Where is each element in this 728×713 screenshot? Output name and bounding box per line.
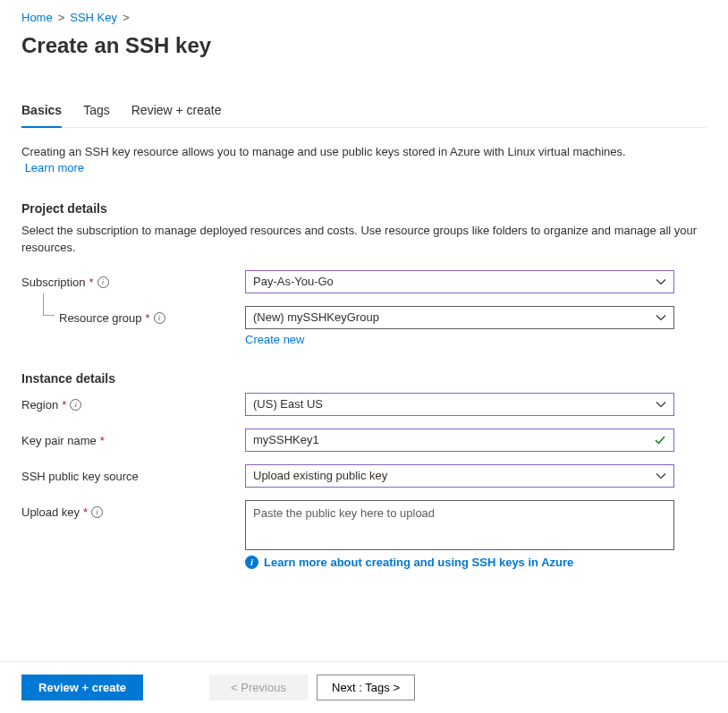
learn-more-ssh-link[interactable]: Learn more about creating and using SSH … [264,556,573,569]
required-indicator: * [146,311,150,325]
review-create-button[interactable]: Review + create [21,675,143,700]
info-icon: i [245,556,258,569]
page-title: Create an SSH key [21,33,707,58]
previous-button: < Previous [209,675,308,700]
next-button[interactable]: Next : Tags > [317,675,415,700]
breadcrumb-sshkey[interactable]: SSH Key [70,11,117,24]
breadcrumb: Home > SSH Key > [21,11,707,24]
chevron-down-icon [656,312,666,323]
chevron-right-icon: > [58,11,65,24]
ssh-public-key-source-label: SSH public key source [21,464,245,483]
section-instance-details-title: Instance details [21,371,707,386]
footer: Review + create < Previous Next : Tags > [0,661,728,713]
region-select[interactable]: (US) East US [245,393,674,416]
chevron-down-icon [656,471,666,481]
chevron-down-icon [656,399,666,410]
tab-basics[interactable]: Basics [21,103,62,128]
section-project-details-title: Project details [21,201,707,216]
resource-group-select[interactable]: (New) mySSHKeyGroup [245,306,674,329]
info-icon[interactable]: i [91,506,103,518]
intro-text: Creating an SSH key resource allows you … [21,144,707,176]
required-indicator: * [62,398,66,412]
check-icon [654,434,666,446]
breadcrumb-home[interactable]: Home [21,11,53,24]
key-pair-name-input[interactable]: mySSHKey1 [245,429,674,452]
chevron-down-icon [656,276,666,287]
subscription-select[interactable]: Pay-As-You-Go [245,270,674,293]
section-project-details-desc: Select the subscription to manage deploy… [21,223,707,255]
info-icon[interactable]: i [70,399,81,411]
subscription-label: Subscription * i [21,270,245,289]
ssh-public-key-source-select[interactable]: Upload existing public key [245,464,674,488]
tabs: Basics Tags Review + create [21,103,707,128]
info-icon[interactable]: i [97,276,109,288]
upload-key-label: Upload key * i [21,500,245,519]
tab-tags[interactable]: Tags [83,103,110,128]
chevron-right-icon: > [123,11,130,24]
region-label: Region * i [21,393,245,412]
required-indicator: * [89,276,94,289]
tab-review-create[interactable]: Review + create [131,103,222,128]
learn-more-link[interactable]: Learn more [25,161,84,174]
resource-group-label: Resource group * i [21,306,245,325]
create-new-link[interactable]: Create new [245,333,304,346]
key-pair-name-label: Key pair name * [21,429,245,447]
info-icon[interactable]: i [154,312,165,324]
required-indicator: * [100,434,105,447]
required-indicator: * [83,505,88,519]
upload-key-textarea[interactable]: Paste the public key here to upload [245,500,674,550]
